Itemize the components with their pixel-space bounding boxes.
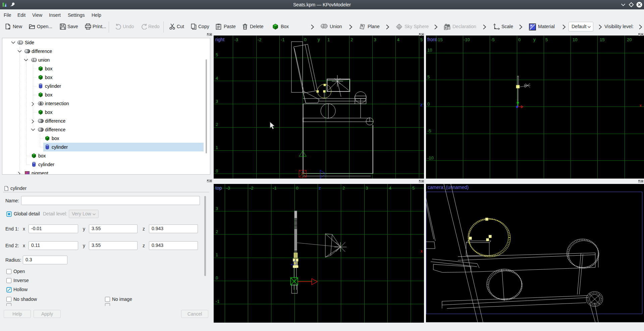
svg-text:-10: -10 <box>427 155 434 160</box>
svg-text:5: 5 <box>216 52 218 57</box>
svg-text:x: x <box>421 249 423 254</box>
svg-text:-10: -10 <box>464 37 470 42</box>
svg-text:1: 1 <box>216 252 218 257</box>
svg-text:-3: -3 <box>226 186 230 191</box>
svg-text:3: 3 <box>216 206 218 211</box>
svg-text:-5: -5 <box>491 37 495 42</box>
svg-text:front: front <box>427 37 437 42</box>
svg-text:y: y <box>533 37 536 42</box>
svg-text:-1: -1 <box>281 37 285 42</box>
svg-text:-3: -3 <box>234 37 238 42</box>
svg-text:20: 20 <box>627 37 632 42</box>
svg-text:0: 0 <box>216 275 218 280</box>
svg-text:-1: -1 <box>273 186 277 191</box>
svg-text:2: 2 <box>351 37 353 42</box>
svg-text:4: 4 <box>216 76 218 81</box>
svg-text:5: 5 <box>420 37 423 42</box>
svg-text:2: 2 <box>342 186 345 191</box>
svg-text:-15: -15 <box>436 37 443 42</box>
svg-text:top: top <box>215 185 222 191</box>
svg-text:0: 0 <box>296 186 298 191</box>
svg-text:y: y <box>318 37 320 42</box>
svg-text:-2: -2 <box>250 186 254 191</box>
svg-text:2: 2 <box>216 229 218 234</box>
svg-text:1: 1 <box>327 37 330 42</box>
svg-text:5: 5 <box>412 186 415 191</box>
svg-text:-1: -1 <box>216 299 220 304</box>
svg-text:4: 4 <box>389 186 391 191</box>
svg-text:z: z <box>420 102 423 107</box>
svg-text:z: z <box>319 186 321 191</box>
svg-text:right: right <box>215 37 224 42</box>
svg-text:-5: -5 <box>427 128 431 133</box>
svg-text:5: 5 <box>545 37 548 42</box>
svg-text:-2: -2 <box>258 37 262 42</box>
svg-text:3: 3 <box>366 186 368 191</box>
svg-text:4: 4 <box>397 37 399 42</box>
svg-text:2: 2 <box>216 122 218 127</box>
svg-text:x: x <box>640 103 642 108</box>
svg-text:5: 5 <box>427 74 430 79</box>
svg-text:10: 10 <box>427 48 432 53</box>
svg-text:camera: (unnamed): camera: (unnamed) <box>428 185 469 190</box>
svg-text:3: 3 <box>374 37 376 42</box>
svg-text:0: 0 <box>427 102 430 107</box>
svg-text:0: 0 <box>216 169 218 174</box>
svg-text:0: 0 <box>304 37 306 42</box>
svg-text:0: 0 <box>518 37 521 42</box>
svg-text:10: 10 <box>573 37 577 42</box>
svg-text:15: 15 <box>600 37 604 42</box>
svg-text:1: 1 <box>216 145 218 150</box>
svg-text:3: 3 <box>216 99 218 104</box>
